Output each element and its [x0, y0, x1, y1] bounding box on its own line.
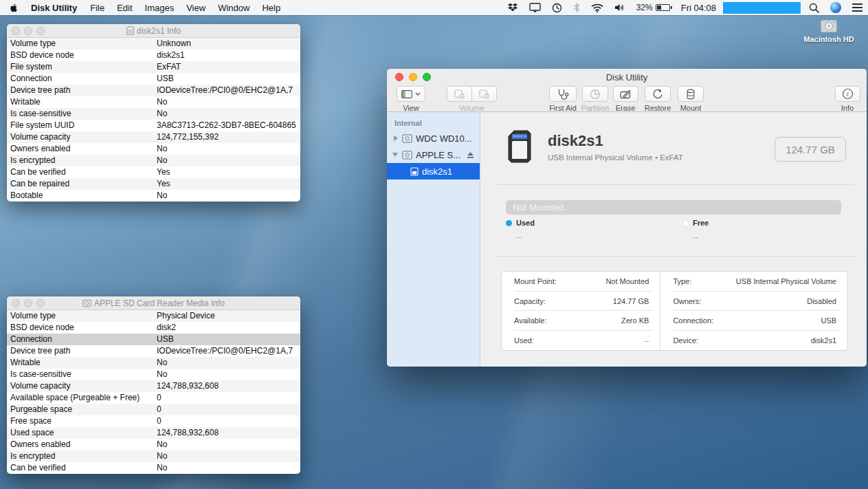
svg-text:i: i: [847, 90, 849, 98]
displays-icon[interactable]: [524, 3, 546, 12]
window-chrome[interactable]: Disk Utility: [387, 69, 867, 112]
info-row-value: Yes: [157, 166, 300, 178]
info-row[interactable]: Used space 124,788,932,608: [7, 427, 300, 439]
legend-free-name: Free: [693, 219, 709, 227]
info-row[interactable]: Device tree path IODeviceTree:/PCI0@0/EH…: [7, 85, 300, 96]
close-button[interactable]: [12, 27, 20, 35]
info-row[interactable]: Volume type Physical Device: [7, 310, 300, 322]
info-window-sd-reader: APPLE SD Card Reader Media Info Volume t…: [7, 296, 300, 474]
menu-help[interactable]: Help: [256, 3, 287, 13]
info-button[interactable]: i: [835, 86, 860, 102]
erase-button[interactable]: [613, 86, 638, 102]
info-row[interactable]: Bootable No: [7, 190, 300, 202]
detail-label: Type:: [673, 277, 691, 285]
info-row[interactable]: Is encrypted No: [7, 155, 300, 166]
detail-value: Zero KB: [621, 316, 649, 325]
sidebar-item-apple-sd-reader[interactable]: APPLE S...: [387, 146, 480, 163]
info-row[interactable]: File system UUID 3A8C3713-C262-3DB7-8BEC…: [7, 120, 300, 131]
menu-bar: Disk Utility File Edit Images View Windo…: [0, 0, 868, 15]
info-row-label: Available space (Purgeable + Free): [7, 392, 157, 404]
menu-edit[interactable]: Edit: [111, 3, 138, 13]
info-row[interactable]: Volume type Unknown: [7, 38, 300, 50]
info-row-value: Unknown: [157, 38, 300, 50]
volume-icon[interactable]: [609, 3, 631, 12]
mount-button[interactable]: [678, 86, 704, 102]
sd-card-icon: [410, 167, 419, 176]
detail-value: Disabled: [807, 297, 836, 305]
info-row[interactable]: BSD device node disk2s1: [7, 50, 300, 61]
battery-indicator[interactable]: 32%: [631, 3, 676, 12]
minimize-button[interactable]: [24, 299, 32, 307]
eject-button[interactable]: [467, 151, 474, 159]
disclosure-collapsed-icon[interactable]: [394, 135, 398, 141]
zoom-button[interactable]: [36, 27, 45, 35]
info-row[interactable]: Purgeable space 0: [7, 404, 300, 415]
info-row[interactable]: Can be repaired Yes: [7, 178, 300, 190]
legend-used-name: Used: [516, 219, 535, 227]
info-row[interactable]: Connection USB: [7, 334, 300, 345]
apple-menu-icon[interactable]: [0, 3, 24, 13]
info-row[interactable]: Writable No: [7, 357, 300, 369]
restore-button[interactable]: [645, 86, 671, 102]
info-row[interactable]: Is encrypted No: [7, 450, 300, 462]
info-window-2-title: APPLE SD Card Reader Media Info: [94, 298, 225, 308]
info-row[interactable]: Connection USB: [7, 73, 300, 85]
close-button[interactable]: [12, 299, 20, 307]
zoom-button[interactable]: [423, 73, 431, 81]
spotlight-search-icon[interactable]: [803, 3, 825, 13]
battery-percent: 32%: [636, 3, 656, 12]
close-button[interactable]: [395, 73, 403, 81]
siri-icon[interactable]: [825, 2, 847, 13]
add-volume-button[interactable]: [447, 86, 472, 102]
first-aid-button[interactable]: [549, 86, 577, 102]
info-row-label: Owners enabled: [7, 143, 157, 155]
menu-view[interactable]: View: [180, 3, 212, 13]
bluetooth-icon[interactable]: [568, 3, 586, 12]
menu-app-name[interactable]: Disk Utility: [24, 3, 84, 13]
wifi-icon[interactable]: [586, 3, 609, 12]
info-row[interactable]: BSD device node disk2: [7, 322, 300, 334]
info-row[interactable]: Volume capacity 124,788,932,608: [7, 380, 300, 392]
menu-images[interactable]: Images: [139, 3, 181, 13]
info-row[interactable]: Is case-sensitive No: [7, 108, 300, 120]
info-row-value: No: [157, 357, 300, 369]
info-window-1-titlebar[interactable]: disk2s1 Info: [7, 24, 300, 38]
minimize-button[interactable]: [409, 73, 417, 81]
info-row-value: IODeviceTree:/PCI0@0/EHC2@1A,7: [157, 85, 300, 96]
menu-clock[interactable]: Fri 04:08: [676, 3, 720, 13]
notification-center-icon[interactable]: [847, 3, 868, 12]
sidebar-item-disk2s1[interactable]: disk2s1: [387, 163, 480, 180]
info-label: Info: [834, 104, 860, 112]
desktop-volume-macintosh-hd[interactable]: Macintosh HD: [794, 19, 864, 43]
view-button[interactable]: [397, 86, 425, 102]
info-row[interactable]: Is case-sensitive No: [7, 369, 300, 380]
partition-button[interactable]: [582, 86, 608, 102]
sidebar-item-wdc-disk[interactable]: WDC WD10...: [387, 130, 480, 146]
info-row[interactable]: Volume capacity 124,772,155,392: [7, 131, 300, 143]
info-window-2-table: Volume type Physical Device BSD device n…: [7, 310, 300, 474]
info-row[interactable]: Can be verified No: [7, 462, 300, 474]
remove-volume-button[interactable]: [471, 86, 497, 102]
disclosure-expanded-icon[interactable]: [392, 153, 398, 157]
zoom-button[interactable]: [36, 299, 45, 307]
disk-utility-window: Disk Utility: [387, 69, 867, 367]
info-row-value: USB: [157, 73, 300, 85]
dropbox-icon[interactable]: [502, 3, 524, 12]
info-group: i Info: [834, 86, 860, 112]
info-row[interactable]: Can be verified Yes: [7, 166, 300, 178]
info-row[interactable]: Owners enabled No: [7, 439, 300, 450]
info-row[interactable]: Device tree path IODeviceTree:/PCI0@0/EH…: [7, 345, 300, 357]
menu-window[interactable]: Window: [212, 3, 256, 13]
info-row[interactable]: Free space 0: [7, 415, 300, 427]
info-row-value: Yes: [157, 178, 300, 190]
erase-label: Erase: [612, 104, 639, 112]
time-machine-icon[interactable]: [546, 3, 568, 13]
info-row[interactable]: Available space (Purgeable + Free) 0: [7, 392, 300, 404]
info-row[interactable]: Owners enabled No: [7, 143, 300, 155]
menu-file[interactable]: File: [84, 3, 111, 13]
minimize-button[interactable]: [24, 27, 32, 35]
legend-used: Used --: [506, 219, 535, 241]
info-row[interactable]: Writable No: [7, 96, 300, 108]
info-window-2-titlebar[interactable]: APPLE SD Card Reader Media Info: [7, 296, 300, 310]
info-row[interactable]: File system ExFAT: [7, 61, 300, 73]
